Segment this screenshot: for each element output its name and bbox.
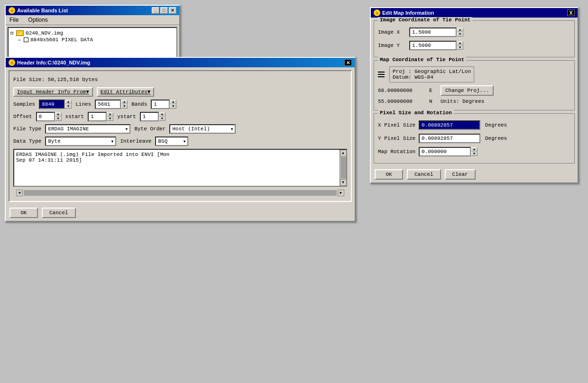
image-y-spin-up[interactable]: ▲ bbox=[457, 41, 463, 46]
filetype-arrow: ▼ bbox=[126, 127, 128, 131]
h-scroll-left-btn[interactable]: ◄ bbox=[16, 190, 23, 196]
interleave-dropdown[interactable]: BSQ ▼ bbox=[155, 137, 188, 146]
lines-spin-down[interactable]: ▼ bbox=[121, 104, 128, 109]
bands-spin-btns: ▲ ▼ bbox=[170, 100, 176, 109]
bands-list-window: ☼ Available Bands List _ □ ✕ File Option… bbox=[5, 5, 180, 63]
xstart-spin-btns: ▲ ▼ bbox=[107, 112, 113, 121]
image-x-input[interactable] bbox=[409, 27, 457, 37]
pixel-section-label: Pixel Size and Rotation bbox=[378, 110, 454, 116]
edit-attributes-btn[interactable]: Edit Attributes▼ bbox=[97, 87, 155, 97]
x-pixel-label: X Pixel Size bbox=[378, 122, 416, 128]
byteorder-label: Byte Order bbox=[134, 126, 165, 132]
proj-info-box: Proj : Geographic Lat/Lon Datum: WGS-84 bbox=[378, 66, 570, 82]
folder-icon: 📁 bbox=[16, 30, 24, 36]
file-size-text: File Size: 50,125,518 bytes bbox=[13, 75, 347, 84]
filetype-dropdown[interactable]: ERDAS IMAGINE ▼ bbox=[45, 124, 130, 134]
pixel-section: Pixel Size and Rotation X Pixel Size Deg… bbox=[374, 113, 575, 164]
maximize-btn[interactable]: □ bbox=[160, 7, 168, 14]
map-rotation-row: Map Rotation ▲ ▼ bbox=[378, 147, 570, 156]
byteorder-arrow: ▼ bbox=[231, 127, 233, 131]
h-scroll-right-btn[interactable]: ► bbox=[338, 190, 344, 196]
map-rotation-spin-up[interactable]: ▲ bbox=[471, 147, 478, 152]
bands-spin-up[interactable]: ▲ bbox=[170, 100, 176, 104]
xstart-spin-down[interactable]: ▼ bbox=[107, 117, 113, 121]
input-header-btn[interactable]: Input Header Info From▼ bbox=[13, 87, 93, 97]
image-x-spin-down[interactable]: ▼ bbox=[457, 32, 463, 36]
edit-map-close-btn[interactable]: X bbox=[567, 9, 575, 16]
offset-input[interactable] bbox=[36, 112, 55, 121]
vertical-scrollbar[interactable]: ▲ ▼ bbox=[340, 150, 346, 186]
image-y-input[interactable] bbox=[409, 41, 457, 50]
map-rotation-input[interactable] bbox=[419, 147, 471, 156]
x-pixel-row: X Pixel Size Degrees bbox=[378, 120, 570, 130]
lines-label: Lines bbox=[75, 101, 91, 107]
change-proj-btn[interactable]: Change Proj... bbox=[441, 85, 494, 96]
file-icon bbox=[24, 37, 28, 42]
ystart-spin-btns: ▲ ▼ bbox=[159, 112, 165, 121]
edit-map-icon: ☼ bbox=[374, 9, 380, 16]
tree-item-1[interactable]: ⊟ 📁 0240_NDV.img bbox=[10, 30, 175, 36]
lines-spin-up[interactable]: ▲ bbox=[121, 100, 128, 104]
edit-map-cancel-btn[interactable]: Cancel bbox=[407, 169, 441, 180]
xstart-input[interactable] bbox=[88, 112, 107, 121]
proj-line-3 bbox=[378, 76, 385, 77]
bands-input[interactable] bbox=[151, 100, 170, 109]
xstart-spin-up[interactable]: ▲ bbox=[107, 112, 113, 117]
file-menu[interactable]: File bbox=[8, 16, 20, 24]
offset-spin-up[interactable]: ▲ bbox=[55, 112, 62, 117]
image-y-spinner: ▲ ▼ bbox=[409, 41, 463, 50]
byteorder-dropdown[interactable]: Host (Intel) ▼ bbox=[169, 124, 236, 134]
scroll-track bbox=[340, 157, 346, 179]
proj-line-2 bbox=[378, 74, 385, 75]
ystart-spin-down[interactable]: ▼ bbox=[159, 117, 165, 121]
scroll-up-btn[interactable]: ▲ bbox=[340, 150, 347, 156]
bands-menu-bar: File Options bbox=[6, 15, 179, 25]
lines-spin-btns: ▲ ▼ bbox=[121, 100, 128, 109]
image-x-spin-up[interactable]: ▲ bbox=[457, 28, 463, 32]
x-pixel-input[interactable] bbox=[419, 120, 480, 130]
tree-item-2[interactable]: — 8849x5601 PIXEL DATA bbox=[18, 36, 175, 43]
y-pixel-input[interactable] bbox=[419, 134, 480, 143]
image-y-label: Image Y bbox=[378, 43, 406, 48]
samples-spin-up[interactable]: ▲ bbox=[65, 100, 72, 104]
options-menu[interactable]: Options bbox=[26, 16, 49, 24]
samples-spin-down[interactable]: ▼ bbox=[65, 104, 72, 109]
datatype-dropdown[interactable]: Byte ▼ bbox=[45, 137, 116, 146]
map-coord-label: Map Coordinate of Tie Point bbox=[378, 57, 466, 63]
ystart-input[interactable] bbox=[140, 112, 159, 121]
image-y-spin-down[interactable]: ▼ bbox=[457, 46, 463, 50]
scroll-down-btn[interactable]: ▼ bbox=[340, 179, 347, 186]
edit-map-clear-btn[interactable]: Clear bbox=[445, 169, 476, 180]
samples-input[interactable] bbox=[39, 100, 65, 109]
tree-label-2: 8849x5601 PIXEL DATA bbox=[30, 37, 93, 43]
tree-label-1: 0240_NDV.img bbox=[26, 30, 63, 36]
map-y-dir: N bbox=[429, 99, 437, 104]
map-rotation-spin-down[interactable]: ▼ bbox=[471, 152, 478, 156]
bands-list-icon: ☼ bbox=[9, 7, 15, 14]
header-info-title-bar: ☼ Header Info:C:\0240_NDV.img ✕ bbox=[6, 58, 355, 67]
header-cancel-btn[interactable]: Cancel bbox=[42, 208, 76, 218]
header-ok-btn[interactable]: OK bbox=[9, 208, 38, 218]
image-x-spinner: ▲ ▼ bbox=[409, 27, 463, 37]
ystart-spin-up[interactable]: ▲ bbox=[159, 112, 165, 117]
bands-spin-down[interactable]: ▼ bbox=[170, 104, 176, 109]
bands-tree: ⊟ 📁 0240_NDV.img — 8849x5601 PIXEL DATA bbox=[8, 27, 177, 60]
bands-list-controls: _ □ ✕ bbox=[152, 7, 176, 14]
samples-spinner: ▲ ▼ bbox=[39, 100, 72, 109]
header-info-window: ☼ Header Info:C:\0240_NDV.img ✕ File Siz… bbox=[5, 57, 356, 222]
header-close-btn[interactable]: ✕ bbox=[344, 59, 352, 66]
minimize-btn[interactable]: _ bbox=[152, 7, 159, 14]
header-title: Header Info:C:\0240_NDV.img bbox=[17, 60, 90, 65]
interleave-value: BSQ bbox=[158, 138, 167, 144]
tree-expand-icon: ⊟ bbox=[10, 30, 13, 36]
lines-input[interactable] bbox=[95, 100, 121, 109]
samples-label: Samples bbox=[13, 101, 35, 107]
y-pixel-units: Degrees bbox=[485, 136, 507, 141]
interleave-arrow: ▼ bbox=[184, 139, 186, 144]
map-x-dir: E bbox=[429, 88, 437, 93]
offset-spin-down[interactable]: ▼ bbox=[55, 117, 62, 121]
map-y-value: 55.00000000 bbox=[378, 99, 425, 104]
close-btn[interactable]: ✕ bbox=[169, 7, 176, 14]
edit-map-ok-btn[interactable]: OK bbox=[375, 169, 403, 180]
header-btn-row: OK Cancel bbox=[6, 205, 355, 221]
